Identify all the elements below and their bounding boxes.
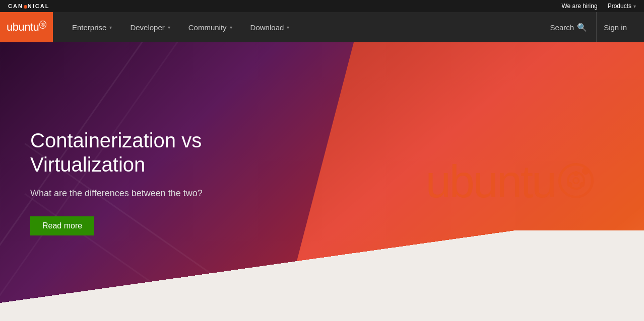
search-label: Search <box>550 23 574 32</box>
top-bar-right: We are hiring Products ▾ <box>561 3 636 10</box>
download-label: Download <box>250 23 284 32</box>
community-label: Community <box>188 23 227 32</box>
products-link[interactable]: Products ▾ <box>608 3 636 10</box>
nav-links: Enterprise ▾ Developer ▾ Community ▾ Dow… <box>53 12 543 42</box>
search-icon: 🔍 <box>577 23 587 32</box>
nav-right: Search 🔍 Sign in <box>543 12 644 42</box>
chevron-down-icon: ▾ <box>633 4 636 9</box>
community-chevron-icon: ▾ <box>230 25 232 30</box>
sign-in-label: Sign in <box>604 23 627 32</box>
watermark-circle-icon <box>558 163 594 198</box>
ubuntu-watermark: ubuntu <box>426 159 594 204</box>
developer-chevron-icon: ▾ <box>168 25 170 30</box>
top-bar: CANNICAL We are hiring Products ▾ <box>0 0 644 12</box>
hero-section: Containerization vs Virtualization What … <box>0 42 644 321</box>
canonical-logo: CANNICAL <box>8 3 49 9</box>
enterprise-nav-item[interactable]: Enterprise ▾ <box>63 12 121 42</box>
ubuntu-circle-svg <box>566 171 586 191</box>
sign-in-button[interactable]: Sign in <box>596 12 634 42</box>
top-bar-left: CANNICAL <box>8 3 49 9</box>
svg-point-3 <box>567 182 572 187</box>
hero-title: Containerization vs Virtualization <box>30 128 282 177</box>
products-label: Products <box>608 3 631 10</box>
community-nav-item[interactable]: Community ▾ <box>179 12 241 42</box>
enterprise-label: Enterprise <box>72 23 106 32</box>
ubuntu-logo[interactable]: ubuntu® <box>0 12 53 42</box>
svg-point-1 <box>573 171 578 176</box>
download-nav-item[interactable]: Download ▾ <box>241 12 299 42</box>
nav-bar: ubuntu® Enterprise ▾ Developer ▾ Communi… <box>0 12 644 42</box>
enterprise-chevron-icon: ▾ <box>109 25 112 30</box>
watermark-text: ubuntu <box>426 159 594 204</box>
developer-label: Developer <box>130 23 164 32</box>
hero-subtitle: What are the differences between the two… <box>30 187 282 200</box>
download-chevron-icon: ▾ <box>287 25 289 30</box>
search-button[interactable]: Search 🔍 <box>543 12 595 42</box>
we-are-hiring-link[interactable]: We are hiring <box>561 3 597 10</box>
watermark-word: ubuntu <box>426 159 555 204</box>
ubuntu-logo-text: ubuntu® <box>7 21 46 34</box>
svg-point-2 <box>579 182 585 187</box>
hero-text-block: Containerization vs Virtualization What … <box>30 128 282 235</box>
developer-nav-item[interactable]: Developer ▾ <box>121 12 179 42</box>
read-more-button[interactable]: Read more <box>30 216 94 235</box>
